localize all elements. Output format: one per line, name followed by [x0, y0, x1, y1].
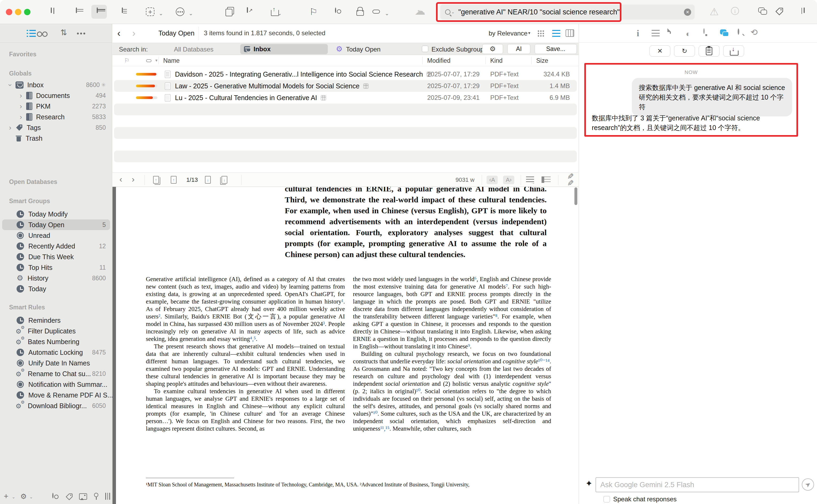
- decrease-font-icon[interactable]: ‹A: [486, 176, 498, 184]
- record-icon[interactable]: [52, 493, 53, 498]
- increase-font-icon[interactable]: A›: [503, 176, 514, 184]
- mark-icon[interactable]: [335, 7, 336, 13]
- ai-button[interactable]: AI: [507, 44, 530, 54]
- chat-export-button[interactable]: [723, 45, 744, 57]
- sidebar-item-top-hits[interactable]: Top Hits 11: [0, 262, 112, 273]
- more-actions-chevron-icon[interactable]: ⌄: [188, 10, 193, 17]
- sidebar-item-reminders[interactable]: Reminders: [0, 315, 112, 326]
- annotation-tools-icon[interactable]: ✎✎: [565, 173, 575, 186]
- sidebar-item-documents[interactable]: › Documents 494: [0, 90, 112, 101]
- label-icon[interactable]: [372, 10, 380, 14]
- add-item-chevron-icon[interactable]: ⌄: [159, 10, 163, 17]
- sort-direction-icon[interactable]: ▼: [155, 58, 158, 62]
- minimize-window-button[interactable]: [15, 9, 21, 15]
- info-icon[interactable]: i: [731, 7, 739, 15]
- page-indicator[interactable]: 1/13: [184, 176, 200, 183]
- sidebar-item-recently-added[interactable]: Recently Added 12: [0, 241, 112, 251]
- actions-gear-icon[interactable]: ⚙: [20, 492, 27, 501]
- sidebar-item-today-open[interactable]: Today Open 5: [0, 219, 112, 230]
- list-tab-icon[interactable]: [652, 30, 660, 36]
- column-name[interactable]: Name: [163, 57, 179, 64]
- first-page-icon[interactable]: ↑: [153, 176, 159, 184]
- warning-icon[interactable]: ⚠: [710, 6, 719, 18]
- sidebar-item-due-this-week[interactable]: Due This Week: [0, 251, 112, 262]
- chat-clear-button[interactable]: ✕: [650, 45, 670, 57]
- previous-page-icon[interactable]: ↑: [171, 176, 176, 184]
- history-tab-icon[interactable]: ⟲: [751, 27, 758, 37]
- column-layout-icon[interactable]: [543, 176, 551, 183]
- disclosure-icon[interactable]: ›: [18, 102, 24, 111]
- actions-chevron-icon[interactable]: ⌄: [29, 494, 33, 499]
- column-modified[interactable]: Modified: [427, 57, 450, 64]
- disclosure-icon[interactable]: ›: [18, 92, 24, 100]
- tag-small-icon[interactable]: [65, 493, 73, 501]
- chat-input[interactable]: [595, 477, 799, 492]
- open-externally-icon[interactable]: [247, 7, 248, 13]
- flag-column-icon[interactable]: ⚐: [124, 57, 129, 64]
- concordance-tab-icon[interactable]: [704, 28, 705, 34]
- sidebar-item-today[interactable]: Today: [0, 283, 112, 294]
- search-scope-chevron-icon[interactable]: ⌄: [451, 10, 455, 14]
- reading-tab-icon[interactable]: ◐: [686, 29, 691, 38]
- sidebar-item-move-rename-pdf[interactable]: Move & Rename PDF AI S...: [0, 390, 112, 400]
- flag-icon[interactable]: ⚐: [309, 6, 317, 17]
- scope-inbox-selected[interactable]: Inbox: [240, 44, 328, 54]
- tag-icon[interactable]: [775, 7, 784, 16]
- sidebar-item-history[interactable]: ⚙ History 8600: [0, 273, 112, 283]
- pdf-scrollbar[interactable]: [574, 187, 577, 205]
- sync-cloud-icon[interactable]: ☁⇅: [415, 5, 425, 17]
- view-outline-icon[interactable]: [122, 7, 123, 13]
- info-tab-icon[interactable]: i: [637, 28, 639, 38]
- last-page-icon[interactable]: ↓: [222, 176, 228, 184]
- sidebar-item-unify-date-in-names[interactable]: Unify Date In Names: [0, 358, 112, 368]
- disclosure-icon[interactable]: ›: [18, 113, 24, 121]
- view-split-icon[interactable]: [97, 7, 98, 13]
- column-kind[interactable]: Kind: [490, 57, 502, 64]
- search-tab-icon[interactable]: [738, 29, 739, 35]
- column-size[interactable]: Size: [536, 57, 548, 64]
- exclude-subgroups-checkbox[interactable]: [422, 46, 428, 52]
- sidebar-item-unread[interactable]: Unread: [0, 230, 112, 241]
- sidebar-item-trash[interactable]: Trash: [0, 133, 112, 144]
- pdf-viewer[interactable]: cultural tendencies in ERNIE, a popular …: [112, 187, 578, 504]
- speak-responses-row[interactable]: Speak chat responses: [603, 495, 677, 503]
- exclude-subgroups-label[interactable]: Exclude Subgroups: [431, 46, 487, 53]
- save-search-button[interactable]: Save...: [535, 44, 577, 54]
- search-input[interactable]: [458, 8, 664, 16]
- sort-order-label[interactable]: by Relevance: [489, 30, 527, 37]
- add-new-chevron-icon[interactable]: ⌄: [12, 494, 15, 499]
- sidebar-item-inbox[interactable]: › Inbox 8600✳: [0, 80, 112, 90]
- sidebar-item-rename-to-chat[interactable]: ⚙⚙ Rename to Chat su... 8210: [0, 368, 112, 379]
- scope-settings-button[interactable]: ⚙: [482, 44, 503, 54]
- disclosure-icon[interactable]: ›: [6, 82, 14, 88]
- sidebar-item-bates-numbering[interactable]: ⚙⚙ Bates Numbering: [0, 336, 112, 347]
- speak-responses-checkbox[interactable]: [603, 496, 610, 502]
- sidebar-item-pkm[interactable]: › PKM 2273: [0, 101, 112, 112]
- table-row[interactable]: Law - 2025 - Generative Multimodal Model…: [114, 80, 577, 92]
- column-view-icon[interactable]: [565, 29, 574, 37]
- wrap-text-icon[interactable]: →: [526, 176, 534, 182]
- send-message-icon[interactable]: ➤: [802, 478, 814, 491]
- pdf-back-icon[interactable]: ‹: [119, 174, 122, 184]
- chat-copy-button[interactable]: [699, 45, 720, 57]
- toggle-inspector-icon[interactable]: [804, 7, 805, 13]
- sidebar-item-notification-with-summary[interactable]: Notification with Summar...: [0, 379, 112, 390]
- sidebar-item-filter-duplicates[interactable]: ⚙⚙ Filter Duplicates: [0, 326, 112, 336]
- search-field[interactable]: ⌄: [440, 5, 695, 19]
- disclosure-icon[interactable]: ›: [7, 124, 13, 132]
- sidebar-item-today-modify[interactable]: Today Modify: [0, 209, 112, 219]
- resize-handle-icon[interactable]: [105, 493, 110, 500]
- view-split-selected-bg[interactable]: [91, 5, 107, 19]
- close-window-button[interactable]: [6, 9, 12, 15]
- document-tab-icon[interactable]: [670, 28, 671, 34]
- current-group-label[interactable]: Today Open: [158, 29, 194, 37]
- label-column-icon[interactable]: [146, 59, 151, 62]
- zoom-window-button[interactable]: [24, 9, 30, 15]
- today-open-gear-icon[interactable]: ⚙: [336, 45, 343, 53]
- back-icon[interactable]: ‹: [117, 28, 120, 39]
- sidebar-item-download-bibliography[interactable]: ⚙⚙ Download Bibliogr... 6050: [0, 400, 112, 411]
- scope-all-databases[interactable]: All Databases: [174, 46, 214, 53]
- label-chevron-icon[interactable]: ⌄: [385, 10, 389, 17]
- sort-icon[interactable]: ⇅: [60, 28, 67, 37]
- pdf-forward-icon[interactable]: ›: [132, 174, 135, 184]
